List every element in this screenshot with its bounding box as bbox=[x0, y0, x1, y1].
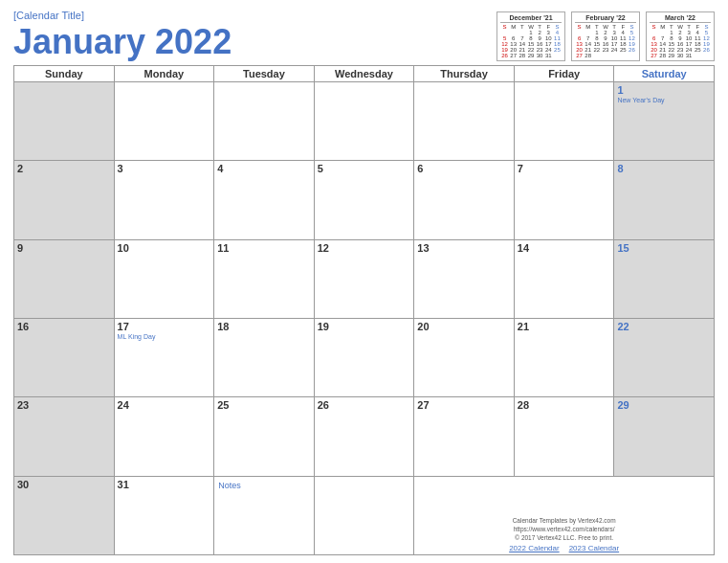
mini-cal-title-2: March '22 bbox=[650, 14, 711, 23]
mini-cal-title-1: February '22 bbox=[575, 14, 636, 23]
table-row: 7 bbox=[515, 161, 615, 239]
table-row: 21 bbox=[515, 319, 615, 397]
cal-week-2: 9101112131415 bbox=[14, 240, 715, 319]
cal-week-1: 2345678 bbox=[14, 161, 715, 239]
mini-calendar-2: March '22SMTWTFS123456789101112131415161… bbox=[646, 11, 715, 61]
mini-calendar-1: February '22SMTWTFS123456789101112131415… bbox=[571, 11, 640, 61]
footer-links: 2022 Calendar2023 Calendar bbox=[509, 544, 619, 552]
calendar-title-placeholder: [Calendar Title] bbox=[13, 10, 496, 21]
table-row: 18 bbox=[214, 319, 315, 397]
title-area: [Calendar Title] January 2022 bbox=[13, 10, 496, 61]
day-number-13: 13 bbox=[417, 242, 511, 254]
day-number-29: 29 bbox=[617, 399, 711, 411]
mini-calendar-0: December '21SMTWTFS123456789101112131415… bbox=[496, 11, 565, 61]
table-row: 29 bbox=[614, 397, 715, 476]
table-row: 1New Year's Day bbox=[614, 82, 715, 161]
table-row: 28 bbox=[515, 397, 615, 476]
dow-header-saturday: Saturday bbox=[614, 66, 715, 82]
dow-header-monday: Monday bbox=[115, 66, 215, 82]
table-row bbox=[515, 82, 615, 161]
table-row bbox=[315, 82, 415, 161]
table-row: 8 bbox=[614, 161, 715, 239]
table-row: 27 bbox=[414, 397, 515, 476]
notes-label: Notes bbox=[218, 481, 241, 490]
table-row: 20 bbox=[414, 319, 515, 397]
day-number-12: 12 bbox=[318, 242, 411, 254]
table-row bbox=[115, 82, 215, 161]
footer-text-1: Calendar Templates by Vertex42.com bbox=[513, 516, 616, 525]
table-row: 12 bbox=[315, 240, 415, 319]
holiday-label: New Year's Day bbox=[617, 97, 711, 103]
table-row: 26 bbox=[315, 397, 415, 476]
day-number-14: 14 bbox=[518, 242, 611, 254]
day-number-15: 15 bbox=[617, 242, 711, 254]
day-number-23: 23 bbox=[17, 399, 111, 411]
day-number-1: 1 bbox=[617, 84, 711, 96]
footer-text-3: © 2017 Vertex42 LLC. Free to print. bbox=[515, 533, 613, 542]
day-number-26: 26 bbox=[318, 399, 411, 411]
day-number-22: 22 bbox=[617, 321, 711, 332]
table-row: 24 bbox=[115, 397, 215, 476]
table-row: 4 bbox=[214, 161, 315, 239]
day-number-21: 21 bbox=[518, 321, 611, 332]
event-label: ML King Day bbox=[118, 333, 211, 340]
table-row: 13 bbox=[414, 240, 515, 319]
2023-calendar-link[interactable]: 2023 Calendar bbox=[569, 544, 619, 552]
mini-calendars: December '21SMTWTFS123456789101112131415… bbox=[496, 11, 715, 61]
table-row bbox=[315, 477, 415, 555]
table-row bbox=[214, 82, 315, 161]
day-number-27: 27 bbox=[417, 399, 511, 411]
day-number-30: 30 bbox=[17, 479, 111, 490]
table-row: 10 bbox=[115, 240, 215, 319]
table-row: 16 bbox=[14, 319, 115, 397]
cal-week-3: 1617ML King Day1819202122 bbox=[14, 319, 715, 397]
day-number-17: 17 bbox=[118, 321, 211, 332]
cal-week-4: 23242526272829 bbox=[14, 397, 715, 476]
dow-header-sunday: Sunday bbox=[14, 66, 115, 82]
footer-cell: Calendar Templates by Vertex42.comhttps:… bbox=[414, 477, 715, 555]
2022-calendar-link[interactable]: 2022 Calendar bbox=[509, 544, 559, 552]
cal-week-0: 1New Year's Day bbox=[14, 82, 715, 161]
dow-header-tuesday: Tuesday bbox=[214, 66, 315, 82]
day-number-2: 2 bbox=[17, 163, 111, 174]
day-number-5: 5 bbox=[318, 163, 411, 174]
day-number-11: 11 bbox=[217, 242, 311, 254]
day-number-4: 4 bbox=[217, 163, 311, 174]
table-row: 11 bbox=[214, 240, 315, 319]
day-number-25: 25 bbox=[217, 399, 311, 411]
top-section: [Calendar Title] January 2022 December '… bbox=[13, 10, 715, 61]
table-row: 23 bbox=[14, 397, 115, 476]
footer-text-2: https://www.vertex42.com/calendars/ bbox=[514, 525, 615, 533]
day-number-6: 6 bbox=[417, 163, 511, 174]
table-row: 3 bbox=[115, 161, 215, 239]
table-row: 19 bbox=[315, 319, 415, 397]
main-calendar: SundayMondayTuesdayWednesdayThursdayFrid… bbox=[13, 65, 715, 555]
calendar-body: 1New Year's Day234567891011121314151617M… bbox=[14, 82, 715, 555]
table-row: 6 bbox=[414, 161, 515, 239]
day-number-28: 28 bbox=[518, 399, 611, 411]
cal-week-last: 3031NotesCalendar Templates by Vertex42.… bbox=[14, 477, 715, 555]
day-number-10: 10 bbox=[118, 242, 211, 254]
month-year-heading: January 2022 bbox=[13, 23, 496, 61]
table-row: 22 bbox=[614, 319, 715, 397]
page: [Calendar Title] January 2022 December '… bbox=[0, 0, 728, 563]
day-number-19: 19 bbox=[318, 321, 411, 332]
table-row: 2 bbox=[14, 161, 115, 239]
day-number-18: 18 bbox=[217, 321, 311, 332]
day-number-3: 3 bbox=[118, 163, 211, 174]
table-row: 5 bbox=[315, 161, 415, 239]
table-row: 15 bbox=[614, 240, 715, 319]
table-row: 31 bbox=[115, 477, 215, 555]
day-number-7: 7 bbox=[518, 163, 611, 174]
day-number-9: 9 bbox=[17, 242, 111, 254]
dow-header-wednesday: Wednesday bbox=[315, 66, 415, 82]
notes-cell: Notes bbox=[214, 477, 315, 555]
day-number-8: 8 bbox=[617, 163, 711, 174]
table-row: 9 bbox=[14, 240, 115, 319]
day-number-31: 31 bbox=[118, 479, 211, 490]
table-row bbox=[414, 82, 515, 161]
dow-header-friday: Friday bbox=[515, 66, 615, 82]
table-row: 30 bbox=[14, 477, 115, 555]
dow-header: SundayMondayTuesdayWednesdayThursdayFrid… bbox=[14, 66, 715, 82]
table-row: 14 bbox=[515, 240, 615, 319]
